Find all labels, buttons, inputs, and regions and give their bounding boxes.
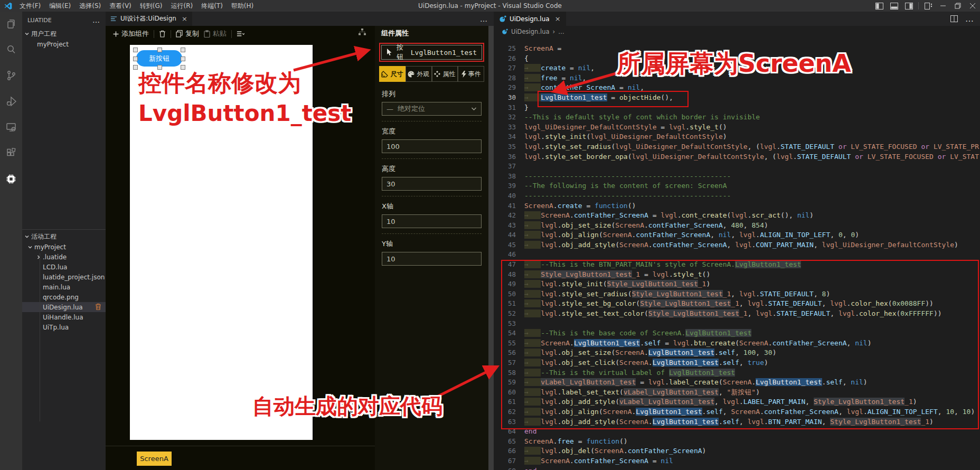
lvgl-button-widget[interactable]: 新按钮 — [136, 50, 182, 67]
delete-button[interactable] — [159, 30, 166, 37]
copy-button[interactable]: 复制 — [176, 29, 199, 39]
breadcrumb[interactable]: UiDesign.lua › … — [494, 26, 980, 37]
resize-handle-sw[interactable] — [133, 65, 138, 70]
height-input[interactable] — [382, 177, 482, 191]
minimize-icon[interactable] — [936, 0, 950, 12]
sidebar-item-active-project[interactable]: 活动工程 — [22, 231, 106, 242]
paste-button[interactable]: 粘贴 — [204, 29, 227, 39]
file-tree-item[interactable]: .luatide — [22, 252, 106, 262]
code-line: 32--This is default style of cont which … — [494, 112, 980, 123]
x-input[interactable] — [382, 214, 482, 228]
tab-appearance[interactable]: 外观 — [406, 66, 432, 82]
code-line: 37 — [494, 162, 980, 172]
sidebar-more-icon[interactable]: … — [92, 16, 100, 24]
chip-icon[interactable] — [4, 172, 18, 186]
code-area[interactable]: 25ScreenA =26{27→ create = nil,28→ free … — [494, 44, 980, 470]
tab-label: 属性 — [442, 70, 455, 79]
source-control-icon[interactable] — [4, 69, 18, 82]
menu-item[interactable]: 查看(V) — [105, 0, 136, 12]
code-line: 30→ LvglButton1_test = objectHide(), — [494, 93, 980, 103]
search-icon[interactable] — [4, 43, 18, 57]
resize-handle-nw[interactable] — [133, 48, 138, 52]
file-tree-item[interactable]: luatide_project.json — [22, 272, 106, 282]
file-tree-item[interactable]: qrcode.png — [22, 292, 106, 302]
tab-size[interactable]: 尺寸 — [379, 66, 406, 82]
width-input[interactable] — [382, 139, 482, 153]
close-icon[interactable]: × — [182, 15, 187, 23]
extensions-icon[interactable] — [4, 146, 18, 160]
line-number: 45 — [494, 240, 516, 250]
y-input[interactable] — [382, 252, 482, 266]
field-arrange: 排列 — 绝对定位 — [382, 89, 482, 121]
file-tree-item[interactable]: LCD.lua — [22, 262, 106, 272]
close-icon[interactable]: × — [555, 15, 561, 23]
menu-item[interactable]: 运行(R) — [166, 0, 197, 12]
design-canvas[interactable] — [130, 45, 313, 440]
restore-icon[interactable] — [950, 0, 965, 12]
more-actions-icon[interactable]: … — [480, 15, 487, 23]
properties-scrollbar[interactable] — [488, 26, 494, 470]
sidebar-item-user-project[interactable]: 用户工程 — [22, 29, 106, 39]
line-number: 52 — [494, 309, 516, 319]
resize-handle-e[interactable] — [181, 57, 185, 61]
line-number: 55 — [494, 339, 516, 349]
editor-tab-bar: UiDesign.lua × … — [494, 12, 980, 26]
resize-handle-se[interactable] — [181, 65, 185, 70]
line-number: 36 — [494, 152, 516, 162]
resize-handle-s[interactable] — [157, 65, 162, 70]
tab-screen-a[interactable]: ScreenA — [137, 452, 172, 466]
file-label: UiHandle.lua — [43, 314, 83, 321]
tab-ui-designer[interactable]: UI设计器:UiDesign × — [106, 12, 192, 26]
debug-icon[interactable] — [4, 95, 18, 108]
line-number: 53 — [494, 319, 516, 329]
line-number: 63 — [494, 417, 516, 427]
code-line: 67→ ScreenA.contFather_ScreenA = nil — [494, 456, 980, 466]
hierarchy-icon[interactable] — [358, 28, 366, 36]
more-actions-icon[interactable]: … — [965, 14, 974, 24]
menu-item[interactable]: 终端(T) — [197, 0, 227, 12]
code-line: 25ScreenA = — [494, 44, 980, 54]
tab-label: 尺寸 — [390, 70, 403, 79]
close-icon[interactable] — [965, 0, 980, 12]
field-label: 高度 — [382, 164, 482, 174]
add-component-button[interactable]: 添加组件 — [113, 29, 149, 39]
menu-item[interactable]: 编辑(E) — [45, 0, 75, 12]
menu-item[interactable]: 选择(S) — [75, 0, 105, 12]
customize-layout-icon[interactable] — [921, 0, 936, 12]
remote-icon[interactable] — [4, 120, 18, 134]
list-menu-icon[interactable] — [237, 31, 244, 37]
paste-label: 粘贴 — [213, 29, 227, 39]
file-tree-item[interactable]: UiTp.lua — [22, 322, 106, 332]
tab-attributes[interactable]: 属性 — [432, 66, 458, 82]
component-type-label: 按钮 — [397, 43, 407, 62]
file-tree-item[interactable]: UiHandle.lua — [22, 312, 106, 322]
menu-item[interactable]: 帮助(H) — [227, 0, 258, 12]
resize-handle-n[interactable] — [157, 48, 162, 52]
layout-sidebar-left-icon[interactable] — [872, 0, 887, 12]
layout-sidebar-right-icon[interactable] — [901, 0, 916, 12]
component-name-field[interactable]: 按钮 LvglButton1_test — [381, 45, 482, 60]
split-editor-icon[interactable] — [950, 15, 958, 22]
active-project-section: 活动工程 myProject.luatideLCD.lualuatide_pro… — [22, 229, 106, 470]
resize-handle-ne[interactable] — [181, 48, 185, 52]
chevron-right-icon — [36, 255, 41, 260]
menu-item[interactable]: 文件(F) — [15, 0, 45, 12]
divider — [154, 30, 154, 38]
tab-events[interactable]: 事件 — [458, 66, 484, 82]
menu-item[interactable]: 转到(G) — [136, 0, 167, 12]
layout-panel-icon[interactable] — [887, 0, 901, 12]
file-tree-item[interactable]: UiDesign.lua — [22, 302, 106, 312]
arrange-select[interactable]: — 绝对定位 — [382, 102, 482, 116]
t3ab-uidesign-lua[interactable]: UiDesign.lua × — [494, 12, 566, 26]
files-icon[interactable] — [4, 17, 18, 31]
file-label: UiTp.lua — [43, 324, 69, 331]
sidebar-item-myproject[interactable]: myProject — [22, 39, 106, 50]
file-tree-item[interactable]: main.lua — [22, 282, 106, 292]
file-tree-item[interactable]: myProject — [22, 242, 106, 252]
code-line: 29→ contFather_ScreenA = nil, — [494, 83, 980, 93]
sidebar-title: LUATIDE — [27, 17, 52, 24]
line-number: 48 — [494, 270, 516, 280]
resize-handle-w[interactable] — [133, 57, 138, 61]
line-number: 29 — [494, 83, 516, 93]
trash-icon[interactable] — [95, 303, 101, 310]
